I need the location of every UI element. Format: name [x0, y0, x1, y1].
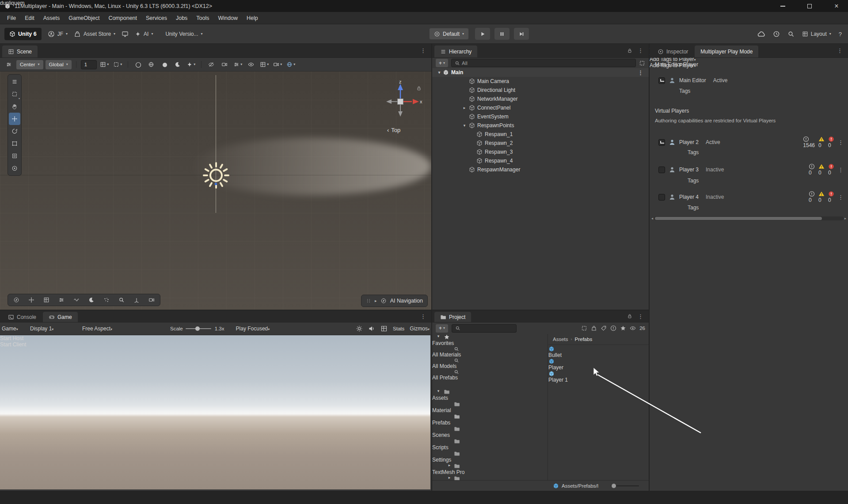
asset-item[interactable]: Bullet	[548, 346, 649, 358]
tool-settings-icon[interactable]	[3, 60, 14, 69]
assets-root-row[interactable]: ▾ Assets	[432, 389, 548, 401]
folder-row[interactable]: Scenes	[432, 426, 548, 438]
folder-row[interactable]: ▸TutorialInfo	[432, 475, 548, 480]
menu-help[interactable]: Help	[242, 12, 262, 24]
folder-row[interactable]: Material	[432, 401, 548, 413]
warning-count-badge[interactable]: 0	[818, 191, 825, 203]
tab-multiplayer-play-mode[interactable]: Multiplayer Play Mode	[695, 45, 758, 57]
view-orientation-label[interactable]: ‹ Top	[387, 127, 400, 133]
camera-settings-icon[interactable]	[219, 60, 230, 69]
move-tool[interactable]	[9, 113, 20, 125]
breadcrumb-root[interactable]: Assets	[553, 337, 568, 342]
search-by-package-icon[interactable]	[591, 325, 597, 331]
account-dropdown[interactable]: JF▾	[48, 30, 68, 38]
menu-component[interactable]: Component	[104, 12, 141, 24]
gizmos-globe-dropdown-icon[interactable]: ▾	[285, 60, 297, 69]
step-button[interactable]	[514, 28, 529, 40]
menu-services[interactable]: Services	[141, 12, 171, 24]
foldout-icon[interactable]: ▸	[462, 106, 467, 110]
importance-filter-icon[interactable]	[610, 325, 616, 331]
search-by-type-icon[interactable]	[581, 325, 587, 331]
layers-dropdown-icon[interactable]: ▾	[232, 60, 243, 69]
icon-size-slider[interactable]	[611, 485, 639, 486]
mute-audio-icon[interactable]	[368, 325, 375, 332]
grid-snap-icon[interactable]: ▾	[99, 60, 110, 69]
version-control-dropdown[interactable]: Unity Versio...▾	[165, 31, 202, 37]
transform-tool[interactable]	[9, 150, 20, 162]
create-button[interactable]: +▾	[436, 59, 448, 67]
brightness-icon[interactable]	[356, 325, 363, 332]
start-client-button[interactable]: Start Client	[0, 341, 430, 348]
history-icon[interactable]	[773, 30, 780, 38]
focus-dropdown[interactable]: Play Focused▾	[236, 326, 296, 332]
menu-edit[interactable]: Edit	[20, 12, 39, 24]
particles-overlay-icon[interactable]	[99, 294, 114, 306]
tab-hierarchy[interactable]: Hierarchy	[434, 45, 477, 57]
menu-jobs[interactable]: Jobs	[171, 12, 192, 24]
scene-options-icon[interactable]: ⋮	[638, 70, 643, 76]
hierarchy-item[interactable]: Respawn_1	[432, 130, 649, 139]
scene-visibility-icon[interactable]	[206, 60, 217, 69]
inspector-hscrollbar[interactable]: ◂ ▸	[651, 216, 846, 221]
scroll-right-icon[interactable]: ▸	[844, 216, 846, 220]
game-menu-icon[interactable]: ⋮	[420, 314, 426, 319]
player-options-icon[interactable]: ⋮	[838, 140, 844, 145]
shading-mode-icon[interactable]	[133, 60, 144, 69]
player2-checkbox[interactable]	[658, 139, 665, 146]
playmode-config-dropdown[interactable]: Default▾	[429, 28, 469, 40]
search-by-label-icon[interactable]	[601, 325, 607, 331]
overlay-visibility-icon[interactable]	[246, 60, 257, 69]
pause-button[interactable]	[494, 28, 510, 40]
hierarchy-search-input[interactable]: All	[451, 59, 636, 67]
foldout-icon[interactable]: ▾	[436, 334, 441, 338]
asset-item-selected[interactable]: Player 1	[548, 371, 649, 383]
close-button[interactable]: ×	[825, 0, 848, 12]
asset-item[interactable]: Player	[548, 358, 649, 371]
create-asset-button[interactable]: +▾	[436, 324, 448, 333]
foldout-icon[interactable]: ▾	[436, 389, 441, 393]
rotate-tool[interactable]	[9, 125, 20, 137]
player3-checkbox[interactable]	[658, 167, 665, 173]
skybox-toggle-icon[interactable]	[146, 60, 157, 69]
tool-context-icon[interactable]: ▾	[9, 88, 20, 100]
cloud-icon[interactable]	[757, 30, 765, 38]
scene-menu-icon[interactable]: ⋮	[420, 48, 426, 53]
error-count-badge[interactable]: 0	[828, 191, 834, 203]
main-editor-checkbox[interactable]	[658, 77, 665, 84]
favorite-item[interactable]: All Models	[432, 358, 548, 369]
tab-inspector[interactable]: Inspector	[652, 45, 694, 57]
warning-count-badge[interactable]: 0	[818, 163, 825, 176]
folder-row-selected[interactable]: Prefabs	[432, 413, 548, 426]
start-host-button[interactable]: Start Host	[0, 335, 430, 341]
log-count-badge[interactable]: 0	[809, 163, 815, 176]
project-search-input[interactable]	[452, 324, 517, 333]
folder-row[interactable]: ▸TextMesh Pro	[432, 463, 548, 475]
asset-store-dropdown[interactable]: Asset Store▾	[74, 30, 115, 38]
game-viewport[interactable]: Start Host Start Client	[0, 335, 430, 489]
menu-tools[interactable]: Tools	[192, 12, 213, 24]
favorites-header[interactable]: ▾ Favorites	[432, 334, 548, 346]
lighting-overlay-icon[interactable]	[84, 294, 99, 306]
unity-version-badge[interactable]: Unity 6	[4, 28, 42, 40]
menu-assets[interactable]: Assets	[39, 12, 65, 24]
drag-handle-icon[interactable]	[366, 298, 371, 303]
picker-icon[interactable]	[639, 60, 645, 66]
hand-tool[interactable]	[9, 100, 20, 113]
foldout-icon[interactable]: ▸	[447, 463, 452, 467]
axis-overlay-icon[interactable]	[129, 294, 144, 306]
scene-header-row[interactable]: ▾ Main ⋮	[432, 68, 649, 77]
tab-project[interactable]: Project	[434, 312, 471, 322]
menu-window[interactable]: Window	[214, 12, 242, 24]
audio-overlay-icon[interactable]	[69, 294, 84, 306]
scene-viewport[interactable]: ▾ z x ‹ Top	[0, 72, 431, 310]
hierarchy-item[interactable]: Respawn_2	[432, 139, 649, 148]
scroll-thumb[interactable]	[655, 217, 821, 220]
player-options-icon[interactable]: ⋮	[838, 194, 844, 200]
lock-icon[interactable]	[627, 48, 632, 53]
error-count-badge[interactable]: 0	[828, 163, 834, 176]
grid-overlay-icon[interactable]	[39, 294, 54, 306]
player4-checkbox[interactable]	[658, 194, 665, 201]
folder-row[interactable]: Scripts	[432, 438, 548, 451]
log-count-badge[interactable]: 1546	[803, 136, 815, 148]
hierarchy-item[interactable]: Directional Light	[432, 86, 649, 95]
